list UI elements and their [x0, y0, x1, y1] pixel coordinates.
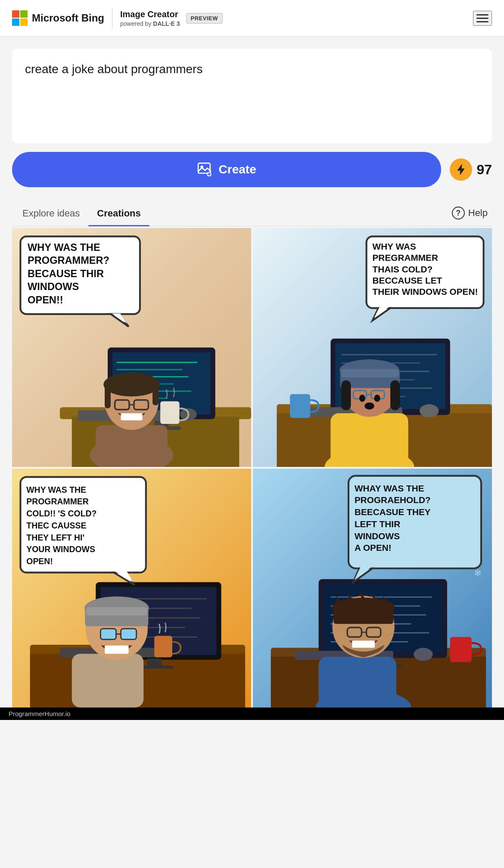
svg-marker-5	[457, 164, 464, 175]
boost-counter: 97	[450, 158, 492, 181]
image-card-2[interactable]: ❄ ❄ ❄	[253, 228, 492, 467]
svg-rect-104	[154, 636, 172, 658]
svg-text:BECCAUSE LET: BECCAUSE LET	[373, 275, 442, 285]
create-image-icon	[197, 162, 212, 177]
hamburger-line-3	[476, 21, 488, 22]
preview-badge: PREVIEW	[186, 13, 223, 24]
svg-rect-66	[390, 380, 400, 410]
svg-text:A OPEN!: A OPEN!	[355, 543, 392, 553]
svg-rect-137	[333, 607, 393, 624]
svg-text:THAIS COLD?: THAIS COLD?	[373, 264, 433, 274]
svg-text:PREGRAMMER: PREGRAMMER	[373, 253, 439, 263]
help-circle-icon: ?	[452, 207, 465, 219]
hamburger-line-1	[476, 14, 488, 15]
svg-rect-103	[105, 646, 129, 654]
prompt-container[interactable]: create a joke about programmers	[12, 49, 492, 143]
footer-watermark: ProgrammerHumor.io	[0, 707, 504, 720]
help-label: Help	[468, 207, 488, 219]
svg-text:PROGRAMMER?: PROGRAMMER?	[28, 255, 109, 266]
image-card-1[interactable]: WHY WAS THE PROGRAMMER? BECAUSE THIR WIN…	[12, 228, 251, 467]
microsoft-logo	[12, 10, 28, 26]
app-title: Image Creator	[120, 9, 180, 19]
image-grid: WHY WAS THE PROGRAMMER? BECAUSE THIR WIN…	[12, 228, 492, 707]
hamburger-line-2	[476, 18, 488, 19]
svg-text:THEC CAUSSE: THEC CAUSSE	[26, 521, 86, 530]
svg-text:COLD!! 'S COLD?: COLD!! 'S COLD?	[26, 509, 96, 518]
prompt-text: create a joke about programmers	[25, 61, 479, 77]
svg-rect-92	[147, 658, 162, 667]
svg-point-72	[364, 402, 374, 410]
svg-rect-146	[352, 641, 375, 648]
svg-text:OPEN!: OPEN!	[26, 556, 53, 566]
boost-count: 97	[476, 162, 492, 178]
comic-image-4: ❄ ❄ ❄	[253, 469, 492, 707]
svg-rect-27	[152, 385, 159, 406]
svg-text:WHY WAS THE: WHY WAS THE	[28, 242, 100, 253]
comic-image-1: WHY WAS THE PROGRAMMER? BECAUSE THIR WIN…	[12, 228, 251, 467]
tab-explore[interactable]: Explore ideas	[14, 200, 88, 226]
svg-rect-0	[198, 163, 210, 173]
svg-text:LEFT THIR: LEFT THIR	[355, 519, 400, 529]
svg-point-25	[103, 373, 159, 397]
lightning-icon	[455, 164, 467, 176]
svg-text:WHAY WAS THE: WHAY WAS THE	[355, 483, 424, 493]
main-content: create a joke about programmers Create 9…	[0, 37, 504, 707]
comic-image-3: WHY WAS THE PROGRAMMER COLD!! 'S COLD? T…	[12, 469, 251, 707]
create-button[interactable]: Create	[12, 152, 441, 187]
svg-text:YOUR WINDOWS: YOUR WINDOWS	[26, 544, 95, 554]
svg-text:THEIR WINDOWS OPEN!: THEIR WINDOWS OPEN!	[373, 287, 478, 297]
svg-text:OPEN!!: OPEN!!	[28, 294, 63, 306]
boost-icon-circle	[450, 158, 472, 181]
svg-rect-23	[96, 425, 168, 467]
image-card-3[interactable]: WHY WAS THE PROGRAMMER COLD!! 'S COLD? T…	[12, 469, 251, 707]
tabs-row: Explore ideas Creations ? Help	[12, 200, 492, 226]
svg-rect-99	[86, 607, 147, 615]
svg-rect-64	[341, 369, 398, 377]
svg-text:BEECASUE THEY: BEECASUE THEY	[355, 507, 431, 517]
create-button-label: Create	[219, 163, 256, 176]
svg-point-70	[359, 395, 365, 402]
svg-rect-100	[100, 629, 116, 639]
svg-rect-26	[105, 385, 111, 409]
tab-creations[interactable]: Creations	[88, 200, 149, 226]
powered-by-text: powered by DALL·E 3	[120, 20, 180, 27]
comic-image-2: ❄ ❄ ❄	[253, 228, 492, 467]
svg-text:PROGRAMMER: PROGRAMMER	[26, 497, 88, 506]
svg-point-71	[374, 395, 380, 402]
svg-text:WHY WAS THE: WHY WAS THE	[26, 485, 86, 494]
svg-text:THEY LEFT HI': THEY LEFT HI'	[26, 533, 84, 542]
svg-text:WINDOWS: WINDOWS	[28, 281, 79, 292]
help-button[interactable]: ? Help	[449, 202, 490, 224]
svg-text:WINDOWS: WINDOWS	[355, 531, 400, 541]
watermark-text: ProgrammerHumor.io	[9, 710, 70, 717]
svg-rect-147	[450, 637, 472, 662]
svg-rect-95	[72, 654, 144, 707]
svg-text:PROGRAEHOLD?: PROGRAEHOLD?	[355, 495, 431, 505]
svg-rect-65	[341, 380, 351, 410]
svg-rect-73	[290, 394, 310, 418]
create-row: Create 97	[12, 152, 492, 187]
svg-rect-31	[121, 413, 143, 420]
svg-rect-32	[160, 401, 179, 424]
app-info: Image Creator powered by DALL·E 3	[120, 9, 180, 27]
svg-point-58	[420, 404, 439, 417]
svg-text:BECAUSE THIR: BECAUSE THIR	[28, 268, 104, 279]
svg-text:WHY WAS: WHY WAS	[373, 241, 416, 251]
image-card-4[interactable]: ❄ ❄ ❄	[253, 469, 492, 707]
app-header: Microsoft Bing Image Creator powered by …	[0, 0, 504, 37]
svg-rect-101	[121, 629, 137, 639]
svg-point-132	[414, 648, 432, 661]
brand-name: Microsoft Bing	[32, 12, 104, 24]
header-divider	[112, 8, 112, 28]
bing-logo: Microsoft Bing	[12, 10, 104, 26]
menu-button[interactable]	[473, 11, 492, 26]
svg-text:❄: ❄	[468, 315, 476, 326]
